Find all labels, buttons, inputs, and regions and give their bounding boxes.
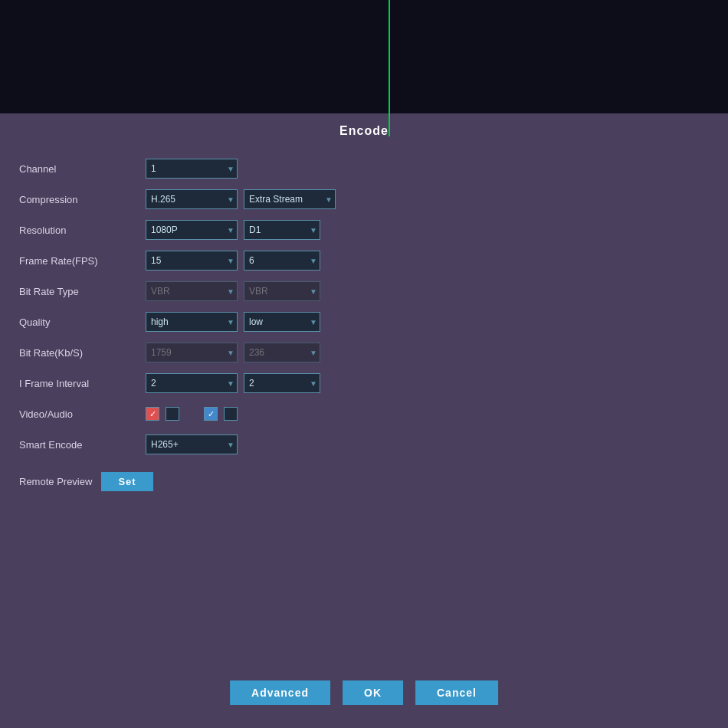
channel-select-wrapper: 1234 ▼ (146, 159, 238, 179)
label-smartencode: Smart Encode (19, 439, 146, 451)
quality2-select-wrapper: lowmediumhigh ▼ (244, 312, 320, 332)
dialog-area: Encode Channel 1234 ▼ Compression H.265H… (0, 113, 728, 728)
channel-select[interactable]: 1234 (146, 159, 238, 179)
quality2-select[interactable]: lowmediumhigh (244, 312, 320, 332)
green-line (389, 0, 390, 113)
compression-select-wrapper: H.265H.264 ▼ (146, 189, 238, 209)
smartencode-select-wrapper: H265+H264+Off ▼ (146, 435, 238, 454)
bitratetype2-select[interactable]: VBRCBR (244, 281, 320, 301)
set-button[interactable]: Set (101, 472, 152, 491)
cancel-button[interactable]: Cancel (415, 680, 498, 705)
videoaudio-checkbox-group (146, 407, 238, 421)
label-channel: Channel (19, 163, 146, 175)
bitrate1-select-wrapper: 17592048 ▼ (146, 343, 238, 362)
audio-checkbox1[interactable] (166, 407, 179, 421)
bitrate1-select[interactable]: 17592048 (146, 343, 238, 362)
label-resolution: Resolution (19, 225, 146, 236)
bitratetype1-select-wrapper: VBRCBR ▼ (146, 281, 238, 301)
iframe1-select[interactable]: 248 (146, 373, 238, 393)
field-group-iframe: 248 ▼ 248 ▼ (146, 373, 320, 393)
bitratetype2-select-wrapper: VBRCBR ▼ (244, 281, 320, 301)
row-channel: Channel 1234 ▼ (19, 155, 709, 182)
stream-type-select-wrapper: Extra StreamMain Stream ▼ (244, 189, 336, 209)
resolution1-select[interactable]: 1080P720PD1 (146, 220, 238, 240)
video-checkbox2[interactable] (204, 407, 218, 421)
audio-checkbox2[interactable] (224, 407, 238, 421)
field-group-resolution: 1080P720PD1 ▼ D1720P1080P ▼ (146, 220, 320, 240)
form-container: Channel 1234 ▼ Compression H.265H.264 ▼ (0, 147, 728, 499)
resolution1-select-wrapper: 1080P720PD1 ▼ (146, 220, 238, 240)
framerate2-select-wrapper: 61525 ▼ (244, 251, 320, 271)
quality1-select-wrapper: highmediumlow ▼ (146, 312, 238, 332)
row-smartencode: Smart Encode H265+H264+Off ▼ (19, 431, 709, 458)
label-compression: Compression (19, 194, 146, 205)
label-quality: Quality (19, 316, 146, 328)
row-bitratetype: Bit Rate Type VBRCBR ▼ VBRCBR ▼ (19, 277, 709, 305)
row-compression: Compression H.265H.264 ▼ Extra StreamMai… (19, 185, 709, 213)
top-area (0, 0, 728, 113)
row-remotepreview: Remote Preview Set (19, 472, 709, 491)
resolution2-select[interactable]: D1720P1080P (244, 220, 320, 240)
field-group-channel: 1234 ▼ (146, 159, 238, 179)
dialog-title: Encode (0, 113, 728, 147)
label-bitratetype: Bit Rate Type (19, 286, 146, 297)
advanced-button[interactable]: Advanced (230, 680, 330, 705)
row-iframe: I Frame Interval 248 ▼ 248 ▼ (19, 369, 709, 397)
bitrate2-select-wrapper: 236512 ▼ (244, 343, 320, 362)
label-bitrate: Bit Rate(Kb/S) (19, 347, 146, 359)
field-group-framerate: 152530 ▼ 61525 ▼ (146, 251, 320, 271)
quality1-select[interactable]: highmediumlow (146, 312, 238, 332)
label-videoaudio: Video/Audio (19, 408, 146, 420)
row-resolution: Resolution 1080P720PD1 ▼ D1720P1080P ▼ (19, 216, 709, 244)
ok-button[interactable]: OK (343, 680, 403, 705)
iframe2-select[interactable]: 248 (244, 373, 320, 393)
field-group-bitrate: 17592048 ▼ 236512 ▼ (146, 343, 320, 362)
vertical-line-ext (389, 113, 390, 136)
label-framerate: Frame Rate(FPS) (19, 255, 146, 267)
bitratetype1-select[interactable]: VBRCBR (146, 281, 238, 301)
row-framerate: Frame Rate(FPS) 152530 ▼ 61525 ▼ (19, 247, 709, 274)
framerate2-select[interactable]: 61525 (244, 251, 320, 271)
field-group-quality: highmediumlow ▼ lowmediumhigh ▼ (146, 312, 320, 332)
iframe2-select-wrapper: 248 ▼ (244, 373, 320, 393)
compression-select[interactable]: H.265H.264 (146, 189, 238, 209)
field-group-compression: H.265H.264 ▼ Extra StreamMain Stream ▼ (146, 189, 336, 209)
field-group-smartencode: H265+H264+Off ▼ (146, 435, 238, 454)
resolution2-select-wrapper: D1720P1080P ▼ (244, 220, 320, 240)
row-videoaudio: Video/Audio (19, 400, 709, 428)
label-iframe: I Frame Interval (19, 378, 146, 389)
row-bitrate: Bit Rate(Kb/S) 17592048 ▼ 236512 ▼ (19, 339, 709, 366)
bitrate2-select[interactable]: 236512 (244, 343, 320, 362)
field-group-bitratetype: VBRCBR ▼ VBRCBR ▼ (146, 281, 320, 301)
video-checkbox1[interactable] (146, 407, 159, 421)
stream-type-select[interactable]: Extra StreamMain Stream (244, 189, 336, 209)
bottom-buttons: Advanced OK Cancel (230, 680, 498, 705)
framerate1-select-wrapper: 152530 ▼ (146, 251, 238, 271)
label-remotepreview: Remote Preview (19, 476, 92, 487)
smartencode-select[interactable]: H265+H264+Off (146, 435, 238, 454)
iframe1-select-wrapper: 248 ▼ (146, 373, 238, 393)
row-quality: Quality highmediumlow ▼ lowmediumhigh ▼ (19, 308, 709, 336)
framerate1-select[interactable]: 152530 (146, 251, 238, 271)
